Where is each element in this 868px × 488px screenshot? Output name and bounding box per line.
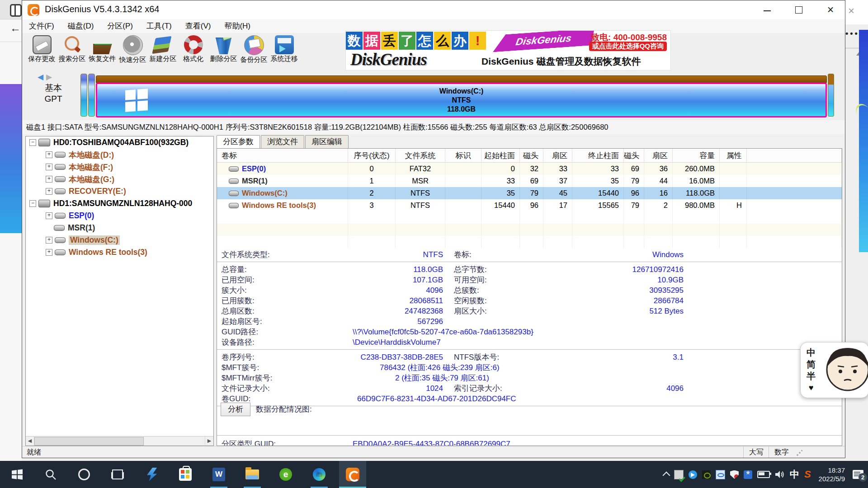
expand-icon[interactable]: +: [46, 249, 52, 256]
menu-partition[interactable]: 分区(P): [100, 19, 140, 33]
browser-360-button[interactable]: e: [272, 461, 299, 488]
tree-item-esp[interactable]: +ESP(0): [26, 210, 213, 222]
slogan-char: 据: [363, 32, 380, 50]
recover-files-button[interactable]: 恢复文件: [87, 34, 118, 64]
scroll-left-arrow[interactable]: ◀: [26, 436, 34, 445]
task-view-button[interactable]: [104, 461, 131, 488]
tree-item-local-f[interactable]: +本地磁盘(F:): [26, 161, 213, 173]
tab-partition-params[interactable]: 分区参数: [217, 135, 260, 149]
msr-partition-block[interactable]: [88, 74, 95, 117]
more-options-icon[interactable]: •••: [845, 29, 859, 38]
esp-partition-block[interactable]: [80, 74, 87, 117]
tree-item-local-g[interactable]: +本地磁盘(G:): [26, 173, 213, 185]
save-changes-button[interactable]: 保存更改: [27, 34, 57, 64]
tree-item-hd1[interactable]: −HD1:SAMSUNGMZNLN128HAHQ-000: [26, 197, 213, 210]
background-close-icon[interactable]: ×: [848, 5, 854, 17]
tree-item-windows-c[interactable]: +Windows(C:): [26, 234, 213, 246]
maximize-button[interactable]: [791, 3, 807, 17]
cortana-button[interactable]: [71, 461, 98, 488]
scrollbar-thumb[interactable]: [34, 437, 144, 446]
edge-button[interactable]: [306, 461, 333, 488]
flashget-button[interactable]: [138, 461, 165, 488]
notification-center-button[interactable]: 2: [853, 470, 863, 479]
resize-grip[interactable]: [796, 450, 802, 456]
expand-icon[interactable]: +: [46, 176, 52, 183]
new-partition-button[interactable]: 新建分区: [148, 34, 178, 64]
re-tools-partition-block[interactable]: [828, 74, 834, 117]
taskbar-search-button[interactable]: [37, 461, 64, 488]
diskgenius-taskbar-button[interactable]: [339, 461, 366, 488]
next-disk-arrow-icon[interactable]: ▶: [46, 73, 52, 81]
ad-brand-logo: DiskGenius: [350, 50, 427, 69]
tray-update-check-icon[interactable]: [674, 470, 684, 479]
partition-name: Windows(C:): [97, 87, 826, 96]
analyze-button[interactable]: 分析: [221, 403, 250, 416]
menu-file[interactable]: 文件(F): [22, 19, 61, 33]
tree-item-hd0[interactable]: −HD0:TOSHIBAMQ04ABF100(932GB): [26, 136, 213, 149]
tray-expand-chevron-icon[interactable]: [662, 472, 670, 479]
menu-tools[interactable]: 工具(T): [140, 19, 179, 33]
scroll-right-arrow[interactable]: ▶: [205, 436, 213, 445]
quick-partition-button[interactable]: 快速分区: [118, 34, 148, 64]
ime-lang-toggle[interactable]: 中: [807, 347, 816, 358]
minimize-button[interactable]: [759, 3, 775, 17]
ad-banner[interactable]: 数 据 丢 了 怎 么 办 ! DiskGenius 致电: 400-008-9…: [345, 30, 671, 70]
recover-files-icon: [93, 35, 112, 54]
tree-item-msr[interactable]: MSR(1): [26, 222, 213, 234]
ime-halfwidth-toggle[interactable]: 半: [807, 370, 816, 382]
tray-snowflake-icon[interactable]: *: [744, 470, 752, 479]
expand-icon[interactable]: +: [46, 151, 52, 158]
windows-partition-block[interactable]: Windows(C:) NTFS 118.0GB: [96, 83, 827, 117]
tray-battery-icon[interactable]: [757, 471, 770, 478]
task-view-icon: [112, 469, 123, 479]
search-partition-button[interactable]: 搜索分区: [57, 34, 87, 64]
format-button[interactable]: 格式化: [178, 34, 208, 64]
expand-icon[interactable]: +: [46, 188, 52, 195]
table-row-esp[interactable]: ESP(0) 0 FAT32 0 32 33 33 69 36 260.0MB: [217, 163, 842, 175]
expand-icon[interactable]: +: [46, 164, 52, 170]
tree-item-windows-re[interactable]: +Windows RE tools(3): [26, 246, 213, 258]
search-icon: [63, 35, 82, 54]
delete-partition-button[interactable]: 删除分区: [208, 34, 239, 64]
microsoft-store-button[interactable]: [172, 461, 199, 488]
ime-simplified-toggle[interactable]: 简: [807, 358, 816, 370]
expand-icon[interactable]: +: [46, 237, 52, 244]
tab-sector-edit[interactable]: 扇区编辑: [305, 135, 349, 148]
tray-security-shield-icon[interactable]: [730, 470, 739, 479]
close-button[interactable]: ×: [822, 3, 839, 17]
tray-volume-icon[interactable]: [775, 470, 785, 479]
backup-partition-button[interactable]: 备份分区: [239, 34, 269, 64]
table-row-msr[interactable]: MSR(1) 1 MSR 33 69 37 35 79 44 16.0MB: [217, 175, 842, 187]
tray-nvidia-icon[interactable]: [702, 470, 711, 479]
back-arrow-icon[interactable]: ←: [10, 23, 21, 33]
tab-browse-files[interactable]: 浏览文件: [261, 135, 304, 148]
collapse-icon[interactable]: −: [29, 200, 36, 207]
prev-disk-arrow-icon[interactable]: ◀: [38, 73, 43, 81]
file-explorer-button[interactable]: [239, 461, 266, 488]
system-migration-button[interactable]: 系统迁移: [269, 34, 299, 64]
menu-help[interactable]: 帮助(H): [217, 19, 257, 33]
tree-item-recovery-e[interactable]: +RECOVERY(E:): [26, 185, 213, 197]
tray-intel-graphics-icon[interactable]: [716, 470, 725, 479]
table-row-windows-c[interactable]: Windows(C:) 2 NTFS 35 79 45 15440 96 16 …: [217, 187, 842, 199]
tray-sogou-icon[interactable]: S: [804, 469, 811, 480]
ad-qq-link[interactable]: 或点击此处选择QQ咨询: [589, 42, 667, 51]
partition-params-content: 卷标 序号(状态) 文件系统 标识 起始柱面 磁头 扇区 终止柱面 磁头 扇区 …: [217, 148, 842, 446]
collapse-icon[interactable]: −: [29, 139, 36, 146]
tray-ime-indicator[interactable]: 中: [790, 468, 799, 481]
menu-disk[interactable]: 磁盘(D): [61, 19, 101, 33]
system-tray: * 中 S 18:37 2022/5/9 2: [664, 461, 866, 488]
ad-tagline: DiskGenius 磁盘管理及数据恢复软件: [481, 55, 641, 68]
taskbar-clock[interactable]: 18:37 2022/5/9: [816, 466, 848, 483]
tree-horizontal-scrollbar[interactable]: ◀ ▶: [26, 436, 213, 446]
clock-date: 2022/5/9: [819, 474, 845, 483]
disc-icon: [123, 35, 143, 55]
expand-icon[interactable]: +: [46, 212, 52, 219]
disk-info-bar: 磁盘1 接口:SATA 型号:SAMSUNGMZNLN128HAHQ-000H1…: [22, 120, 845, 134]
tree-item-local-d[interactable]: +本地磁盘(D:): [26, 149, 213, 161]
menu-view[interactable]: 查看(V): [179, 19, 218, 33]
start-button[interactable]: [4, 461, 31, 488]
table-row-windows-re[interactable]: Windows RE tools(3) 3 NTFS 15440 96 17 1…: [217, 199, 842, 211]
tray-messenger-icon[interactable]: [689, 470, 697, 479]
word-button[interactable]: W: [205, 461, 232, 488]
